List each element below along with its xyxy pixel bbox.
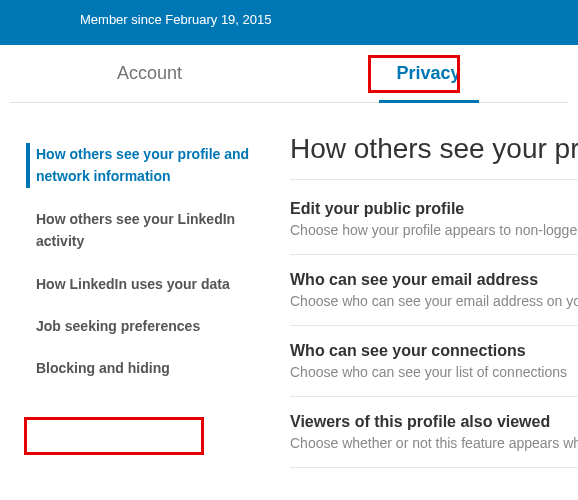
setting-connections-visibility[interactable]: Who can see your connections Choose who …	[290, 326, 578, 397]
sidebar-item-job-preferences[interactable]: Job seeking preferences	[10, 305, 270, 347]
setting-title: Who can see your connections	[290, 342, 578, 360]
setting-public-profile[interactable]: Edit your public profile Choose how your…	[290, 184, 578, 255]
sidebar-item-blocking-hiding[interactable]: Blocking and hiding	[10, 347, 270, 389]
tabs-bar: Account Privacy	[10, 45, 568, 103]
content-area: How others see your profile and network …	[0, 133, 578, 468]
setting-desc: Choose how your profile appears to non-l…	[290, 222, 578, 238]
setting-email-visibility[interactable]: Who can see your email address Choose wh…	[290, 255, 578, 326]
sidebar-item-data-usage[interactable]: How LinkedIn uses your data	[10, 263, 270, 305]
sidebar-item-activity-visibility[interactable]: How others see your LinkedIn activity	[10, 198, 270, 263]
main-settings-panel: How others see your profile and network …	[270, 133, 578, 468]
setting-desc: Choose who can see your email address on…	[290, 293, 578, 309]
setting-title: Viewers of this profile also viewed	[290, 413, 578, 431]
settings-sidebar: How others see your profile and network …	[10, 133, 270, 468]
tab-privacy[interactable]: Privacy	[289, 45, 568, 102]
page-heading: How others see your profile and network …	[290, 133, 578, 180]
sidebar-item-profile-visibility[interactable]: How others see your profile and network …	[10, 133, 270, 198]
setting-desc: Choose who can see your list of connecti…	[290, 364, 578, 380]
setting-title: Edit your public profile	[290, 200, 578, 218]
setting-title: Who can see your email address	[290, 271, 578, 289]
member-since-text: Member since February 19, 2015	[80, 12, 271, 27]
header-banner: Member since February 19, 2015	[0, 0, 578, 45]
setting-viewers-also-viewed[interactable]: Viewers of this profile also viewed Choo…	[290, 397, 578, 468]
tab-account[interactable]: Account	[10, 45, 289, 102]
setting-desc: Choose whether or not this feature appea…	[290, 435, 578, 451]
highlight-blocking	[24, 417, 204, 455]
